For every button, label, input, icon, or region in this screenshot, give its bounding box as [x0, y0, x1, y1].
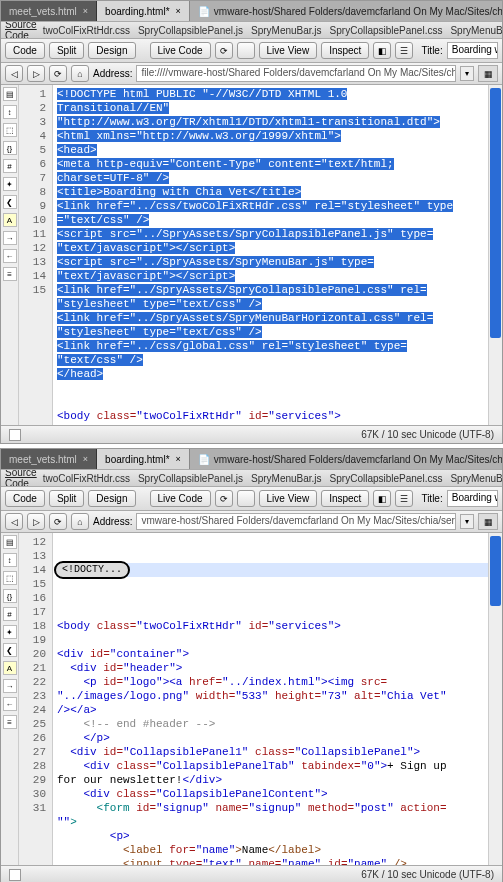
back-icon[interactable]: ◁	[5, 513, 23, 530]
syntax-color-icon[interactable]: A	[3, 213, 17, 227]
vertical-scrollbar[interactable]	[488, 533, 502, 865]
stop-refresh-icon[interactable]: ⟳	[49, 65, 67, 82]
inspect-button[interactable]: Inspect	[321, 42, 369, 59]
address-dropdown-icon[interactable]: ▾	[460, 514, 474, 529]
title-input[interactable]: Boarding with Chia Vet	[447, 42, 498, 59]
server-icon[interactable]	[237, 490, 255, 507]
related-file[interactable]: SpryMenuBar.js	[251, 25, 322, 36]
collapsed-code-tag[interactable]: <!DOCTY...	[54, 561, 130, 579]
forward-icon[interactable]: ▷	[27, 65, 45, 82]
related-file[interactable]: SpryMenuBar	[450, 473, 502, 484]
server-icon[interactable]	[237, 42, 255, 59]
line-numbers-icon[interactable]: #	[3, 159, 17, 173]
home-icon[interactable]: ⌂	[71, 65, 89, 82]
forward-icon[interactable]: ▷	[27, 513, 45, 530]
vertical-scrollbar[interactable]	[488, 85, 502, 425]
format-icon[interactable]: ≡	[3, 267, 17, 281]
multiscreen-icon[interactable]: ◧	[373, 490, 391, 507]
scroll-thumb[interactable]	[490, 536, 501, 606]
related-file[interactable]: SpryCollapsiblePanel.js	[138, 473, 243, 484]
refresh-icon[interactable]: ⟳	[215, 490, 233, 507]
apply-comment-icon[interactable]: ❮	[3, 195, 17, 209]
title-input[interactable]: Boarding with Chia Vet	[447, 490, 498, 507]
code-content[interactable]: <!DOCTYPE html PUBLIC "-//W3C//DTD XHTML…	[53, 85, 502, 425]
collapse-icon[interactable]: ↕	[3, 105, 17, 119]
design-view-button[interactable]: Design	[88, 42, 135, 59]
highlight-icon[interactable]: ✦	[3, 625, 17, 639]
related-file[interactable]: twoColFixRtHdr.css	[43, 473, 130, 484]
close-icon[interactable]: ×	[176, 6, 181, 16]
tag-selector[interactable]	[9, 869, 21, 881]
select-parent-icon[interactable]: ⬚	[3, 571, 17, 585]
stop-refresh-icon[interactable]: ⟳	[49, 513, 67, 530]
source-code-label[interactable]: Source Code	[5, 469, 37, 487]
code-sidebar: ▤ ↕ ⬚ {} # ✦ ❮ A → ← ≡	[1, 85, 19, 425]
format-icon[interactable]: ≡	[3, 715, 17, 729]
related-file[interactable]: SpryCollapsiblePanel.js	[138, 25, 243, 36]
address-input[interactable]: vmware-host/Shared Folders/davemcfarland…	[136, 513, 456, 530]
close-icon[interactable]: ×	[176, 454, 181, 464]
design-view-button[interactable]: Design	[88, 490, 135, 507]
related-file[interactable]: SpryMenuBar.js	[251, 473, 322, 484]
live-code-button[interactable]: Live Code	[150, 490, 211, 507]
line-number-gutter: 123456789101112131415	[19, 85, 53, 425]
back-icon[interactable]: ◁	[5, 65, 23, 82]
scroll-thumb[interactable]	[490, 88, 501, 338]
tab-boarding[interactable]: boarding.html*×	[97, 1, 190, 21]
code-editor-area: ▤ ↕ ⬚ {} # ✦ ❮ A → ← ≡ 12131415161718192…	[1, 533, 502, 865]
code-view-button[interactable]: Code	[5, 490, 45, 507]
syntax-color-icon[interactable]: A	[3, 661, 17, 675]
refresh-icon[interactable]: ⟳	[215, 42, 233, 59]
tag-selector[interactable]	[9, 429, 21, 441]
address-dropdown-icon[interactable]: ▾	[460, 66, 474, 81]
indent-icon[interactable]: →	[3, 231, 17, 245]
open-docs-icon[interactable]: ▤	[3, 87, 17, 101]
live-code-button[interactable]: Live Code	[150, 42, 211, 59]
collapse-icon[interactable]: ↕	[3, 553, 17, 567]
outdent-icon[interactable]: ←	[3, 697, 17, 711]
tab-meet-vets[interactable]: meet_vets.html×	[1, 1, 97, 21]
related-files-bar: Source Code twoColFixRtHdr.css SpryColla…	[1, 21, 502, 39]
split-view-button[interactable]: Split	[49, 42, 84, 59]
tab-meet-vets[interactable]: meet_vets.html×	[1, 449, 97, 469]
browser-icon[interactable]: ☰	[395, 490, 413, 507]
related-file[interactable]: SpryMenuBar	[450, 25, 502, 36]
status-bar: 67K / 10 sec Unicode (UTF-8)	[1, 425, 502, 443]
balance-braces-icon[interactable]: {}	[3, 589, 17, 603]
address-input[interactable]: file:////vmware-host/Shared Folders/dave…	[136, 65, 456, 82]
tab-boarding[interactable]: boarding.html*×	[97, 449, 190, 469]
highlight-icon[interactable]: ✦	[3, 177, 17, 191]
select-parent-icon[interactable]: ⬚	[3, 123, 17, 137]
live-view-button[interactable]: Live View	[259, 490, 318, 507]
close-icon[interactable]: ×	[83, 6, 88, 16]
related-file[interactable]: SpryCollapsiblePanel.css	[330, 473, 443, 484]
browser-icon[interactable]: ☰	[395, 42, 413, 59]
multiscreen-icon[interactable]: ◧	[373, 42, 391, 59]
live-view-button[interactable]: Live View	[259, 42, 318, 59]
settings-icon[interactable]: ▦	[478, 513, 498, 530]
view-toolbar: Code Split Design Live Code ⟳ Live View …	[1, 39, 502, 63]
line-number-gutter: 1213141516171819202122232425262728293031	[19, 533, 53, 865]
outdent-icon[interactable]: ←	[3, 249, 17, 263]
inspect-button[interactable]: Inspect	[321, 490, 369, 507]
home-icon[interactable]: ⌂	[71, 513, 89, 530]
code-view-button[interactable]: Code	[5, 42, 45, 59]
related-files-bar: Source Code twoColFixRtHdr.css SpryColla…	[1, 469, 502, 487]
split-view-button[interactable]: Split	[49, 490, 84, 507]
related-file[interactable]: twoColFixRtHdr.css	[43, 25, 130, 36]
view-toolbar: Code Split Design Live Code ⟳ Live View …	[1, 487, 502, 511]
indent-icon[interactable]: →	[3, 679, 17, 693]
apply-comment-icon[interactable]: ❮	[3, 643, 17, 657]
related-file[interactable]: SpryCollapsiblePanel.css	[330, 25, 443, 36]
file-breadcrumb: 📄vmware-host/Shared Folders/davemcfarlan…	[190, 449, 502, 469]
settings-icon[interactable]: ▦	[478, 65, 498, 82]
address-toolbar: ◁ ▷ ⟳ ⌂ Address: vmware-host/Shared Fold…	[1, 511, 502, 533]
source-code-label[interactable]: Source Code	[5, 21, 37, 39]
balance-braces-icon[interactable]: {}	[3, 141, 17, 155]
line-numbers-icon[interactable]: #	[3, 607, 17, 621]
address-label: Address:	[93, 68, 132, 79]
address-label: Address:	[93, 516, 132, 527]
open-docs-icon[interactable]: ▤	[3, 535, 17, 549]
close-icon[interactable]: ×	[83, 454, 88, 464]
code-content[interactable]: <!DOCTY... <body class="twoColFixRtHdr" …	[53, 533, 502, 865]
